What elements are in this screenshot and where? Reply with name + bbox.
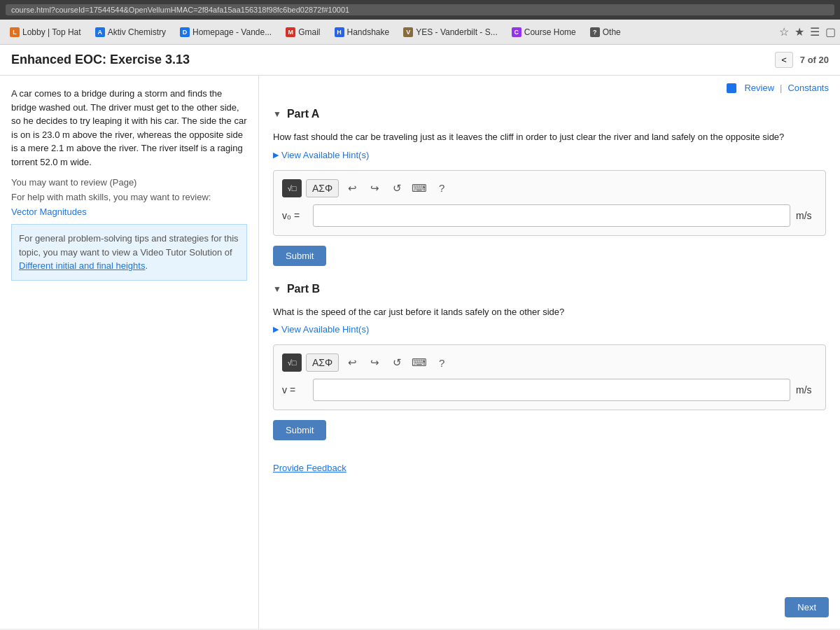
part-a-hint-toggle[interactable]: ▶ View Available Hint(s) (273, 150, 826, 160)
part-b-answer-box: √□ ΑΣΦ ↩ ↪ ↺ ⌨ ? v = m/s (273, 344, 826, 410)
review-page-text: You may want to review (Page) (11, 177, 247, 188)
part-b-unit-label: m/s (796, 384, 817, 396)
tab-label-handshake: Handshake (347, 27, 390, 37)
part-a-undo-button[interactable]: ↩ (343, 179, 361, 197)
part-a-greek-button[interactable]: ΑΣΦ (306, 179, 339, 197)
part-a-keyboard-button[interactable]: ⌨ (410, 179, 428, 197)
part-a-reset-button[interactable]: ↺ (388, 179, 406, 197)
tab-other[interactable]: ? Othe (584, 26, 626, 38)
tab-label-homepage: Homepage - Vande... (192, 27, 272, 37)
math-help-text: For help with math skills, you may want … (11, 192, 247, 202)
part-b-submit-button[interactable]: Submit (273, 420, 326, 440)
tab-handshake[interactable]: H Handshake (329, 26, 396, 38)
part-b-hint-label: View Available Hint(s) (281, 324, 369, 335)
part-b-help-button[interactable]: ? (433, 354, 451, 372)
part-a-answer-box: √□ ΑΣΦ ↩ ↪ ↺ ⌨ ? v₀ = m/s (273, 170, 826, 236)
vector-magnitudes-link[interactable]: Vector Magnitudes (11, 206, 247, 217)
tab-favicon-other: ? (590, 27, 600, 37)
page-navigation: < 7 of 20 (775, 52, 829, 68)
tab-label-course: Course Home (524, 27, 576, 37)
part-b-redo-button[interactable]: ↪ (365, 354, 384, 372)
part-a-input-label: v₀ = (282, 210, 307, 221)
tab-bar: L Lobby | Top Hat A Aktiv Chemistry D Ho… (0, 20, 840, 45)
part-b-input-row: v = m/s (282, 379, 817, 401)
content-area: Review | Constants ▼ Part A How fast sho… (259, 76, 840, 629)
menu-icon[interactable]: ☰ (810, 25, 820, 38)
tab-favicon-gmail: M (286, 27, 295, 37)
part-a-unit-label: m/s (796, 210, 817, 221)
tab-favicon-lobby: L (10, 27, 20, 37)
part-b-header[interactable]: ▼ Part B (273, 283, 826, 295)
browser-icons-right: ☆ ★ ☰ ▢ (779, 25, 836, 38)
tab-aktiv[interactable]: A Aktiv Chemistry (90, 26, 172, 38)
part-b-toolbar: √□ ΑΣΦ ↩ ↪ ↺ ⌨ ? (282, 354, 817, 372)
tip-link-end: . (145, 260, 148, 271)
part-a-question: How fast should the car be traveling jus… (273, 130, 826, 144)
part-b-reset-button[interactable]: ↺ (388, 354, 406, 372)
problem-text: A car comes to a bridge during a storm a… (11, 87, 247, 169)
part-b-greek-button[interactable]: ΑΣΦ (306, 354, 339, 372)
tab-label-vanderbilt: YES - Vanderbilt - S... (416, 27, 498, 37)
tab-lobby[interactable]: L Lobby | Top Hat (4, 26, 87, 38)
part-a-title: Part A (287, 108, 320, 120)
part-b-question: What is the speed of the car just before… (273, 305, 826, 319)
page-header: Enhanced EOC: Exercise 3.13 < 7 of 20 (0, 45, 840, 76)
tab-favicon-course: C (512, 27, 522, 37)
sidebar: A car comes to a bridge during a storm a… (0, 76, 259, 629)
part-b-sqrt-button[interactable]: √□ (282, 354, 302, 372)
part-b-answer-input[interactable] (313, 379, 790, 401)
window-icon[interactable]: ▢ (825, 25, 836, 38)
tab-vanderbilt[interactable]: V YES - Vanderbilt - S... (398, 26, 503, 38)
part-a-redo-button[interactable]: ↪ (365, 179, 384, 197)
provide-feedback-link[interactable]: Provide Feedback (273, 463, 826, 473)
page-title: Enhanced EOC: Exercise 3.13 (11, 52, 190, 67)
hint-b-arrow-icon: ▶ (273, 325, 279, 334)
page-info: 7 of 20 (800, 55, 829, 65)
tab-label-gmail: Gmail (298, 27, 320, 37)
part-a-section: ▼ Part A How fast should the car be trav… (273, 87, 826, 473)
tab-course[interactable]: C Course Home (506, 26, 582, 38)
part-a-toolbar: √□ ΑΣΦ ↩ ↪ ↺ ⌨ ? (282, 179, 817, 197)
tip-box: For general problem-solving tips and str… (11, 224, 247, 281)
star-icon[interactable]: ☆ (779, 25, 789, 38)
tab-homepage[interactable]: D Homepage - Vande... (174, 26, 277, 38)
tab-favicon-homepage: D (180, 27, 190, 37)
tab-label-other: Othe (603, 27, 621, 37)
tab-favicon-aktiv: A (95, 27, 105, 37)
part-a-header[interactable]: ▼ Part A (273, 108, 826, 120)
browser-bar: course.html?courseId=17544544&OpenVellum… (0, 0, 840, 20)
main-layout: A car comes to a bridge during a storm a… (0, 76, 840, 629)
tab-favicon-handshake: H (335, 27, 344, 37)
part-a-answer-input[interactable] (313, 204, 790, 227)
tab-gmail[interactable]: M Gmail (280, 26, 326, 38)
prev-page-button[interactable]: < (775, 52, 793, 68)
url-bar[interactable]: course.html?courseId=17544544&OpenVellum… (6, 4, 834, 15)
part-b-title: Part B (287, 283, 320, 295)
part-b-hint-toggle[interactable]: ▶ View Available Hint(s) (273, 324, 826, 335)
part-a-help-button[interactable]: ? (433, 179, 451, 197)
part-a-submit-button[interactable]: Submit (273, 246, 326, 266)
part-b-arrow-icon: ▼ (273, 284, 281, 294)
part-a-input-row: v₀ = m/s (282, 204, 817, 227)
bookmark-icon[interactable]: ★ (794, 25, 804, 38)
part-b-keyboard-button[interactable]: ⌨ (410, 354, 428, 372)
next-button[interactable]: Next (785, 597, 829, 617)
part-a-hint-label: View Available Hint(s) (281, 150, 369, 160)
hint-a-arrow-icon: ▶ (273, 150, 279, 160)
part-a-sqrt-button[interactable]: √□ (282, 179, 302, 197)
part-a-arrow-icon: ▼ (273, 109, 281, 119)
part-b-undo-button[interactable]: ↩ (343, 354, 361, 372)
tab-label-lobby: Lobby | Top Hat (22, 27, 81, 37)
tab-label-aktiv: Aktiv Chemistry (108, 27, 166, 37)
part-b-input-label: v = (282, 384, 307, 396)
video-tutor-link[interactable]: Different initial and final heights (19, 260, 145, 271)
tab-favicon-vanderbilt: V (403, 27, 413, 37)
tip-prefix-text: For general problem-solving tips and str… (19, 233, 239, 258)
